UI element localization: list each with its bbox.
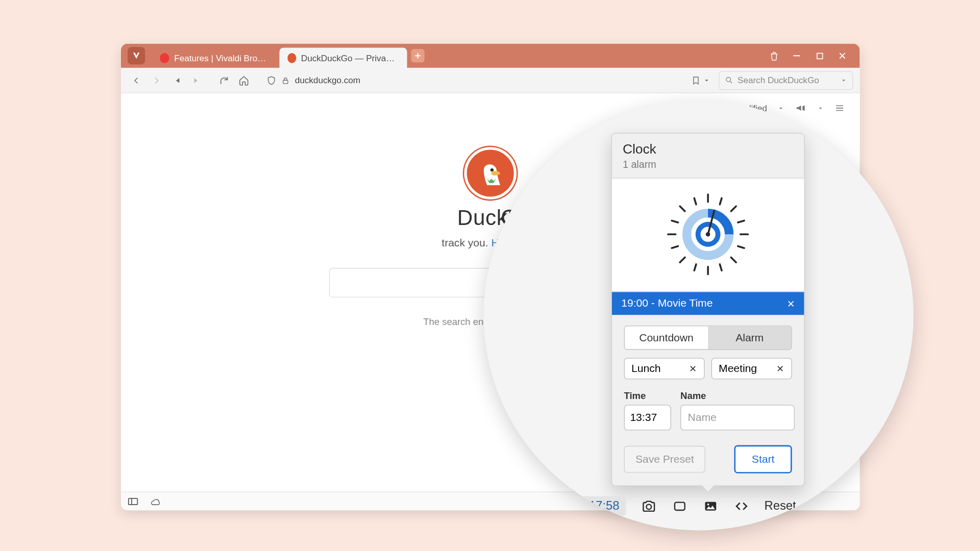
back-button[interactable] bbox=[128, 71, 145, 89]
save-preset-button[interactable]: Save Preset bbox=[624, 446, 705, 473]
panel-toggle-icon[interactable] bbox=[128, 497, 138, 505]
svg-line-20 bbox=[738, 220, 744, 222]
svg-point-30 bbox=[707, 503, 709, 505]
close-button[interactable] bbox=[837, 51, 848, 61]
forward-button[interactable] bbox=[148, 71, 165, 89]
tab-duckduckgo[interactable]: DuckDuckGo — Privacy, sim bbox=[279, 47, 407, 67]
action-row: Save Preset Start bbox=[624, 445, 792, 473]
clock-face bbox=[612, 179, 804, 292]
trash-icon[interactable] bbox=[769, 51, 779, 61]
reload-button[interactable] bbox=[215, 71, 232, 89]
panel-pointer bbox=[702, 485, 714, 491]
preset-lunch[interactable]: Lunch ✕ bbox=[624, 358, 705, 379]
alarm-form: Time 13:37 Name Name bbox=[624, 390, 792, 431]
svg-line-21 bbox=[738, 246, 744, 248]
maximize-button[interactable] bbox=[814, 51, 825, 61]
preset-delete-icon[interactable]: ✕ bbox=[689, 363, 697, 374]
svg-line-12 bbox=[680, 257, 685, 262]
tagline-text: track you. bbox=[442, 237, 491, 248]
search-placeholder: Search DuckDuckGo bbox=[738, 75, 819, 85]
alarm-text: 19:00 - Movie Time bbox=[621, 297, 713, 310]
bookmark-icon[interactable] bbox=[691, 76, 700, 85]
image-icon[interactable] bbox=[703, 498, 719, 513]
svg-line-13 bbox=[731, 257, 736, 262]
url-text: duckduckgo.com bbox=[295, 75, 360, 85]
chevron-down-icon[interactable] bbox=[818, 105, 824, 111]
time-label: Time bbox=[624, 390, 671, 401]
clock-panel-body: Countdown Alarm Lunch ✕ Meeting ✕ Time 1… bbox=[612, 315, 804, 485]
preset-label: Lunch bbox=[631, 363, 660, 375]
minimize-button[interactable] bbox=[791, 51, 802, 61]
svg-line-16 bbox=[694, 264, 696, 270]
tab-title: Features | Vivaldi Browser bbox=[174, 53, 271, 63]
svg-rect-1 bbox=[283, 80, 288, 84]
url-field[interactable]: duckduckgo.com bbox=[261, 71, 716, 90]
tab-strip: Features | Vivaldi Browser DuckDuckGo — … bbox=[152, 44, 759, 68]
preset-label: Meeting bbox=[719, 363, 757, 375]
svg-point-27 bbox=[646, 504, 651, 509]
svg-rect-5 bbox=[129, 498, 138, 504]
svg-rect-0 bbox=[817, 53, 822, 59]
hamburger-menu-icon[interactable] bbox=[834, 104, 845, 113]
tab-title: DuckDuckGo — Privacy, sim bbox=[301, 53, 399, 63]
svg-line-18 bbox=[672, 220, 678, 222]
ddg-favicon-icon bbox=[287, 53, 296, 63]
duckduckgo-logo-icon bbox=[464, 147, 517, 199]
svg-line-10 bbox=[680, 206, 685, 211]
sync-icon[interactable] bbox=[148, 496, 160, 506]
rewind-button[interactable] bbox=[168, 71, 185, 89]
address-bar: duckduckgo.com Search DuckDuckGo bbox=[121, 68, 860, 93]
search-icon bbox=[725, 76, 733, 85]
home-button[interactable] bbox=[235, 71, 253, 89]
zoom-status-bar: 17:58 Reset bbox=[582, 496, 815, 516]
svg-line-19 bbox=[672, 246, 678, 248]
start-button[interactable]: Start bbox=[734, 445, 792, 473]
name-input[interactable]: Name bbox=[680, 405, 795, 431]
lock-icon bbox=[281, 76, 289, 84]
clock-panel-header: Clock 1 alarm bbox=[612, 134, 804, 179]
clock-subtitle: 1 alarm bbox=[623, 159, 793, 170]
svg-line-15 bbox=[720, 198, 722, 204]
chevron-down-icon[interactable] bbox=[778, 105, 784, 111]
preset-delete-icon[interactable]: ✕ bbox=[776, 363, 785, 374]
preset-meeting[interactable]: Meeting ✕ bbox=[712, 358, 792, 379]
megaphone-icon[interactable] bbox=[795, 103, 807, 113]
capture-icon[interactable] bbox=[641, 498, 657, 513]
window-controls bbox=[759, 51, 857, 61]
svg-point-2 bbox=[726, 78, 731, 82]
alarm-delete-icon[interactable] bbox=[787, 300, 794, 307]
chevron-down-icon[interactable] bbox=[840, 77, 847, 84]
alarm-tab[interactable]: Alarm bbox=[708, 327, 791, 349]
title-bar: Features | Vivaldi Browser DuckDuckGo — … bbox=[121, 44, 860, 68]
fast-forward-button[interactable] bbox=[188, 71, 205, 89]
vivaldi-favicon-icon bbox=[160, 53, 169, 63]
svg-rect-28 bbox=[675, 502, 685, 510]
svg-line-11 bbox=[731, 206, 736, 211]
tab-features[interactable]: Features | Vivaldi Browser bbox=[152, 47, 279, 67]
mode-segmented-control: Countdown Alarm bbox=[624, 325, 792, 349]
svg-line-14 bbox=[694, 198, 696, 204]
time-input[interactable]: 13:37 bbox=[624, 405, 671, 431]
zoom-lens: Clock 1 alarm bbox=[484, 101, 914, 530]
devtools-icon[interactable] bbox=[733, 498, 750, 513]
clock-panel: Clock 1 alarm bbox=[611, 133, 805, 486]
tiling-icon[interactable] bbox=[672, 498, 688, 513]
countdown-tab[interactable]: Countdown bbox=[625, 327, 708, 349]
svg-point-26 bbox=[706, 232, 710, 237]
shield-icon[interactable] bbox=[266, 76, 276, 85]
alarm-entry[interactable]: 19:00 - Movie Time bbox=[612, 292, 804, 315]
new-tab-button[interactable] bbox=[411, 49, 424, 62]
chevron-down-icon[interactable] bbox=[703, 77, 710, 84]
svg-point-4 bbox=[491, 168, 494, 171]
name-label: Name bbox=[680, 390, 795, 401]
svg-line-17 bbox=[720, 264, 722, 270]
search-engine-field[interactable]: Search DuckDuckGo bbox=[719, 71, 853, 90]
vivaldi-logo-icon[interactable] bbox=[128, 47, 145, 64]
clock-title: Clock bbox=[623, 142, 793, 157]
reset-zoom-button[interactable]: Reset bbox=[765, 499, 796, 513]
preset-row: Lunch ✕ Meeting ✕ bbox=[624, 358, 792, 379]
